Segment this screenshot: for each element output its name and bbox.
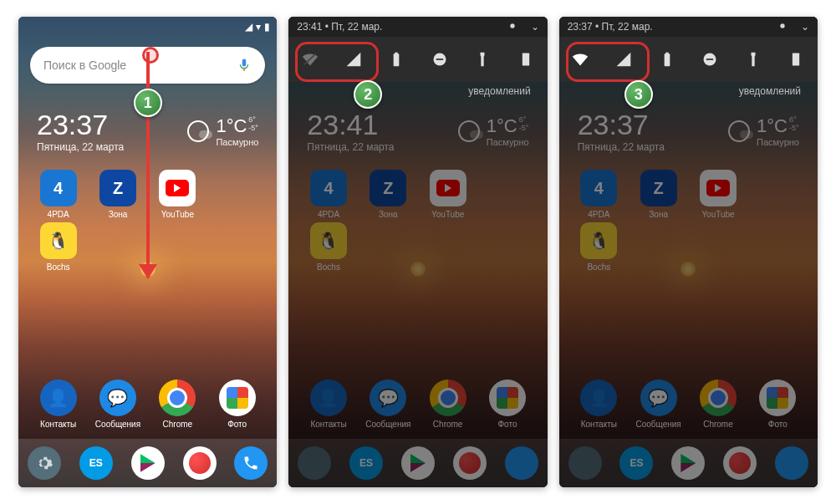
app-youtube[interactable]: YouTube: [148, 170, 207, 219]
shade-header: 23:37 • Пт, 22 мар. ⌄: [559, 17, 818, 37]
cellular-tile[interactable]: [614, 49, 634, 69]
app-zona[interactable]: ZЗона: [88, 170, 147, 219]
battery-tile[interactable]: [657, 49, 677, 69]
favorites-row: 👤Контакты 💬Сообщения Chrome Фото: [28, 379, 267, 429]
dock-play-store[interactable]: [131, 446, 165, 480]
expand-icon[interactable]: ⌄: [531, 21, 539, 33]
cellular-tile[interactable]: [344, 49, 364, 69]
svg-rect-6: [664, 53, 670, 66]
svg-rect-1: [394, 53, 400, 66]
battery-icon: ▮: [264, 21, 270, 33]
svg-rect-7: [665, 53, 668, 54]
dock-settings[interactable]: [28, 446, 61, 480]
clock-weather-widget: 23:41Пятница, 22 марта 1°C6°-5°Пасмурно: [288, 109, 547, 153]
svg-rect-4: [436, 59, 443, 60]
cellular-icon: ◢: [245, 21, 252, 33]
flashlight-tile[interactable]: [472, 49, 492, 69]
settings-icon[interactable]: [506, 19, 519, 35]
bottom-dock: ES: [18, 439, 277, 487]
app-chrome[interactable]: Chrome: [148, 379, 207, 429]
wifi-icon: ▾: [256, 21, 261, 33]
flashlight-tile[interactable]: [743, 49, 763, 69]
svg-rect-10: [793, 53, 799, 66]
weather-temp: 1°C: [216, 115, 247, 137]
svg-rect-5: [522, 53, 529, 66]
app-4pda[interactable]: 44PDA: [28, 170, 88, 219]
svg-rect-9: [706, 59, 713, 60]
dnd-tile[interactable]: [430, 49, 450, 69]
shade-header: 23:41 • Пт, 22 мар. ⌄: [288, 17, 547, 37]
phone-panel-1: ◢ ▾ ▮ Поиск в Google 23:37 Пятница, 22 м…: [18, 17, 277, 487]
app-bochs[interactable]: 🐧Bochs: [28, 222, 88, 272]
expand-icon[interactable]: ⌄: [801, 21, 809, 33]
mic-icon[interactable]: [237, 58, 252, 73]
rotation-tile[interactable]: [516, 49, 536, 69]
rotation-tile[interactable]: [786, 49, 806, 69]
app-contacts[interactable]: 👤Контакты: [28, 379, 88, 429]
swipe-down-arrow: [146, 52, 150, 277]
weather-condition: Пасмурно: [216, 137, 258, 147]
search-placeholder: Поиск в Google: [43, 59, 126, 72]
dock-phone[interactable]: [234, 446, 268, 480]
clock-date: Пятница, 22 марта: [37, 141, 124, 153]
clock-time: 23:37: [37, 109, 124, 141]
phone-panel-2: 23:41 • Пт, 22 мар. ⌄ уведомлений 23:41П…: [288, 17, 547, 487]
svg-rect-2: [395, 53, 398, 54]
app-messages[interactable]: 💬Сообщения: [88, 379, 147, 429]
wifi-tile[interactable]: [300, 49, 320, 69]
quick-settings-row: [288, 37, 547, 82]
no-notifications-label: уведомлений: [739, 85, 801, 97]
no-notifications-label: уведомлений: [468, 85, 530, 97]
app-photos[interactable]: Фото: [207, 379, 267, 429]
weather-icon: [187, 120, 209, 142]
dnd-tile[interactable]: [700, 49, 720, 69]
step-badge-1: 1: [134, 89, 162, 117]
status-bar: ◢ ▾ ▮: [18, 17, 277, 37]
battery-tile[interactable]: [386, 49, 406, 69]
step-badge-3: 3: [624, 80, 653, 109]
wifi-tile[interactable]: [570, 49, 590, 69]
dock-opera[interactable]: [183, 446, 217, 480]
settings-icon[interactable]: [776, 19, 789, 35]
phone-panel-3: 23:37 • Пт, 22 мар. ⌄ уведомлений 23:37П…: [559, 17, 818, 487]
dock-es[interactable]: ES: [79, 446, 113, 480]
quick-settings-row: [559, 37, 818, 82]
